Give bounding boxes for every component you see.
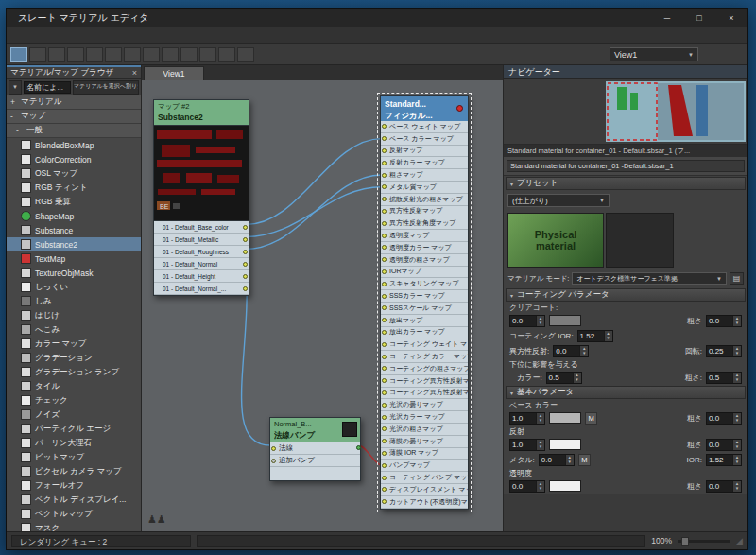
browser-map-item[interactable]: へこみ — [7, 322, 141, 337]
material-name-field[interactable]: Standard material for container_01 -Defa… — [507, 160, 745, 172]
browser-map-item[interactable]: ピクセル カメラ マップ — [7, 464, 141, 478]
input-socket[interactable] — [382, 378, 387, 383]
input-slot[interactable]: 透明度の粗さマップ — [381, 254, 468, 267]
resize-grip[interactable]: ◢ — [736, 536, 743, 546]
select-tool-icon[interactable] — [10, 47, 27, 62]
input-socket[interactable] — [382, 148, 387, 153]
browser-map-item[interactable]: ColorCorrection — [7, 152, 141, 166]
output-socket[interactable] — [243, 225, 248, 230]
browser-map-item[interactable]: はじけ — [7, 308, 141, 322]
menu-item[interactable] — [99, 35, 112, 37]
reflection-color-swatch[interactable] — [549, 439, 581, 450]
input-socket[interactable] — [382, 282, 387, 286]
maximize-button[interactable]: □ — [683, 9, 715, 27]
pan-tool-icon[interactable] — [48, 47, 65, 62]
preset-dropdown[interactable]: (仕上がり) ▼ — [507, 194, 610, 207]
browser-map-item[interactable]: BlendedBoxMap — [7, 138, 141, 152]
input-slot[interactable]: 透明度マップ — [381, 230, 468, 242]
close-button[interactable]: × — [715, 9, 747, 27]
zoom-tool-icon[interactable] — [67, 47, 84, 62]
assign-material-button[interactable]: マテリアルを選択へ割り当て — [73, 80, 139, 95]
output-slot[interactable]: 01 - Default_Metallic — [154, 234, 249, 246]
output-slot[interactable]: 01 - Default_Base_color — [154, 221, 249, 234]
input-socket[interactable] — [271, 446, 276, 451]
zoom-region-icon[interactable] — [86, 47, 103, 62]
show-grid-icon[interactable] — [105, 47, 122, 62]
spin-down-icon[interactable]: ▾ — [732, 351, 741, 356]
input-slot[interactable]: 拡散反射光の粗さマップ — [381, 194, 468, 206]
input-slot[interactable]: 反射マップ — [381, 146, 468, 158]
menu-item[interactable] — [7, 35, 20, 37]
affect-roughness-spinner[interactable]: 0.5▴▾ — [706, 372, 742, 384]
output-socket[interactable] — [243, 286, 248, 291]
section-coating[interactable]: ▾ コーティング パラメータ — [506, 288, 746, 302]
input-slot[interactable]: コーティング異方性反射マ... — [381, 388, 468, 400]
mode-options-button[interactable]: ▤ — [730, 272, 744, 285]
wire-roughness[interactable] — [246, 175, 382, 250]
input-slot[interactable]: 追加バンプ — [270, 455, 360, 467]
input-socket[interactable] — [382, 451, 387, 456]
expander-icon[interactable]: - — [10, 112, 17, 121]
input-socket[interactable] — [382, 221, 387, 226]
input-slot[interactable]: 異方性反射マップ — [381, 206, 468, 218]
input-slot[interactable]: スキャタリング マップ — [381, 278, 468, 290]
menu-item[interactable] — [60, 35, 73, 37]
navigator-preview[interactable] — [504, 79, 747, 145]
hide-unused-slots-icon[interactable] — [218, 47, 235, 62]
browser-map-item[interactable]: カラー マップ — [7, 337, 141, 351]
node-physical-header[interactable]: Standard... フィジカル... — [381, 96, 468, 121]
spin-down-icon[interactable]: ▾ — [732, 486, 741, 492]
spin-down-icon[interactable]: ▾ — [536, 321, 544, 326]
reflection-roughness-spinner[interactable]: 0.0▴▾ — [706, 439, 742, 451]
tree-group[interactable]: - 一般 — [7, 124, 141, 138]
minimize-button[interactable]: ─ — [651, 9, 683, 27]
input-socket[interactable] — [382, 245, 387, 250]
wire-bump[interactable] — [358, 445, 382, 465]
input-socket[interactable] — [382, 305, 387, 310]
expander-icon[interactable]: + — [10, 97, 17, 107]
input-slot[interactable]: 薄膜 IOR マップ — [381, 448, 468, 460]
browser-map-item[interactable]: ベクトル ディスプレイ... — [7, 493, 141, 507]
input-socket[interactable] — [382, 257, 387, 262]
metalness-spinner[interactable]: 0.0▴▾ — [539, 454, 575, 466]
search-input[interactable] — [24, 81, 71, 94]
browser-map-item[interactable]: RGB 乗算 — [7, 195, 141, 209]
input-socket[interactable] — [382, 161, 387, 165]
spin-down-icon[interactable]: ▾ — [536, 418, 544, 424]
menu-item[interactable] — [33, 35, 46, 37]
close-icon[interactable]: × — [132, 68, 137, 78]
menu-item[interactable] — [73, 35, 86, 37]
input-socket[interactable] — [382, 403, 387, 408]
coating-roughness-spinner[interactable]: 0.0▴▾ — [706, 315, 742, 327]
input-slot[interactable]: 粗さマップ — [381, 169, 468, 182]
coating-color-swatch[interactable] — [549, 315, 581, 326]
output-socket[interactable] — [243, 274, 248, 279]
layout-children-icon[interactable] — [143, 47, 160, 62]
browser-map-item[interactable]: Substance — [7, 223, 141, 237]
input-slot[interactable]: SSSカラー マップ — [381, 290, 468, 303]
input-socket[interactable] — [382, 197, 387, 201]
spin-down-icon[interactable]: ▾ — [732, 460, 741, 465]
input-socket[interactable] — [382, 355, 387, 359]
layout-all-icon[interactable] — [124, 47, 141, 62]
input-socket[interactable] — [382, 318, 387, 322]
input-slot[interactable]: コーティング ウェイト マップ — [381, 338, 468, 351]
input-socket[interactable] — [382, 487, 387, 492]
spin-down-icon[interactable]: ▾ — [536, 444, 544, 450]
input-socket[interactable] — [382, 476, 387, 480]
input-slot[interactable]: バンプマップ — [381, 460, 468, 472]
material-mode-dropdown[interactable]: オートデスク標準サーフェス準拠 ▼ — [572, 272, 727, 285]
material-title-bar[interactable]: Standard material for container_01 - Def… — [504, 145, 747, 157]
menu-item[interactable] — [86, 35, 99, 37]
input-slot[interactable]: 光沢カラー マップ — [381, 411, 468, 424]
base-color-swatch[interactable] — [549, 412, 581, 424]
show-map-in-viewport-icon[interactable] — [162, 47, 179, 62]
input-slot[interactable]: ベース ウェイト マップ — [381, 121, 468, 133]
input-socket[interactable] — [382, 342, 387, 347]
input-slot[interactable]: ベース カラー マップ — [381, 133, 468, 146]
view-selector[interactable]: View1 ▼ — [610, 47, 698, 61]
input-socket[interactable] — [382, 294, 387, 299]
input-socket[interactable] — [382, 209, 387, 214]
browser-map-item[interactable]: TextureObjMask — [7, 266, 141, 280]
browser-map-item[interactable]: しっくい — [7, 280, 141, 294]
